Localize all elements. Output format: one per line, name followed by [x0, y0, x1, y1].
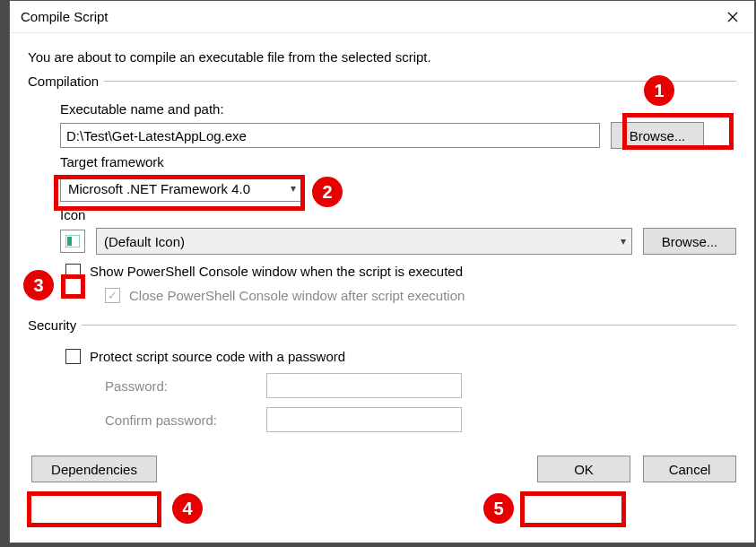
titlebar: Compile Script	[10, 1, 754, 33]
icon-dropdown-value: (Default Icon)	[104, 234, 185, 249]
protect-label: Protect script source code with a passwo…	[90, 349, 345, 364]
show-console-label: Show PowerShell Console window when the …	[90, 264, 463, 279]
dialog-footer: Dependencies OK Cancel	[28, 448, 736, 482]
icon-preview	[60, 230, 85, 253]
dialog-window: Compile Script You are about to compile …	[9, 0, 755, 543]
dialog-content: You are about to compile an executable f…	[10, 33, 754, 495]
compilation-group: Compilation Executable name and path: Br…	[28, 74, 736, 308]
icon-label: Icon	[60, 207, 736, 222]
dependencies-button[interactable]: Dependencies	[31, 456, 157, 482]
show-console-checkbox[interactable]	[65, 264, 81, 279]
exe-path-input[interactable]	[60, 123, 600, 148]
chevron-down-icon: ▾	[291, 182, 296, 195]
icon-dropdown[interactable]: (Default Icon) ▾	[96, 228, 632, 255]
confirm-password-label: Confirm password:	[105, 412, 266, 428]
exe-path-label: Executable name and path:	[60, 101, 736, 117]
close-console-checkbox: ✓	[105, 288, 120, 303]
browse-icon-button[interactable]: Browse...	[643, 228, 736, 255]
close-console-checkbox-row: ✓ Close PowerShell Console window after …	[105, 288, 736, 303]
chevron-down-icon: ▾	[621, 235, 626, 247]
browse-exe-button[interactable]: Browse...	[611, 122, 704, 149]
svg-rect-1	[67, 237, 72, 246]
target-framework-value: Microsoft .NET Framework 4.0	[68, 181, 250, 196]
close-console-label: Close PowerShell Console window after sc…	[129, 288, 465, 303]
password-label: Password:	[105, 378, 266, 394]
show-console-checkbox-row[interactable]: Show PowerShell Console window when the …	[65, 264, 736, 279]
target-framework-label: Target framework	[60, 154, 736, 169]
close-icon[interactable]	[711, 1, 754, 33]
target-framework-dropdown[interactable]: Microsoft .NET Framework 4.0 ▾	[60, 175, 302, 202]
cancel-button[interactable]: Cancel	[643, 456, 736, 482]
password-grid: Password: Confirm password:	[105, 373, 736, 432]
compilation-legend: Compilation	[28, 74, 104, 89]
security-legend: Security	[28, 317, 82, 333]
password-input	[266, 373, 462, 398]
intro-text: You are about to compile an executable f…	[28, 49, 736, 65]
window-title: Compile Script	[21, 9, 109, 24]
protect-checkbox-row[interactable]: Protect script source code with a passwo…	[65, 349, 736, 364]
confirm-password-input	[266, 407, 462, 432]
protect-checkbox[interactable]	[65, 349, 81, 364]
ok-button[interactable]: OK	[537, 456, 630, 482]
security-group: Security Protect script source code with…	[28, 317, 736, 439]
